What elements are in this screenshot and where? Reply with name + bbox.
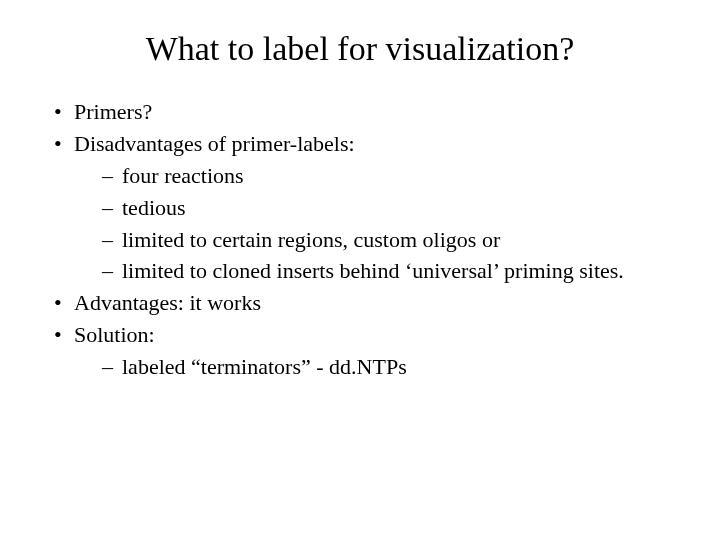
bullet-list: Primers? Disadvantages of primer-labels:… (48, 96, 672, 383)
list-item: Solution: labeled “terminators” - dd.NTP… (48, 319, 672, 383)
list-item-text: Primers? (74, 99, 152, 124)
slide-title: What to label for visualization? (48, 30, 672, 68)
list-item: Primers? (48, 96, 672, 128)
sub-list-item-text: limited to certain regions, custom oligo… (122, 227, 500, 252)
sub-list-item-text: four reactions (122, 163, 244, 188)
sub-list: four reactions tedious limited to certai… (74, 160, 672, 288)
list-item-text: Disadvantages of primer-labels: (74, 131, 355, 156)
list-item-text: Solution: (74, 322, 155, 347)
list-item-text: Advantages: it works (74, 290, 261, 315)
sub-list-item: four reactions (96, 160, 672, 192)
sub-list-item-text: tedious (122, 195, 186, 220)
sub-list-item: labeled “terminators” - dd.NTPs (96, 351, 672, 383)
sub-list-item: tedious (96, 192, 672, 224)
sub-list-item-text: limited to cloned inserts behind ‘univer… (122, 258, 624, 283)
sub-list-item: limited to cloned inserts behind ‘univer… (96, 255, 672, 287)
sub-list-item: limited to certain regions, custom oligo… (96, 224, 672, 256)
sub-list-item-text: labeled “terminators” - dd.NTPs (122, 354, 407, 379)
list-item: Disadvantages of primer-labels: four rea… (48, 128, 672, 287)
slide: What to label for visualization? Primers… (0, 0, 720, 540)
list-item: Advantages: it works (48, 287, 672, 319)
sub-list: labeled “terminators” - dd.NTPs (74, 351, 672, 383)
